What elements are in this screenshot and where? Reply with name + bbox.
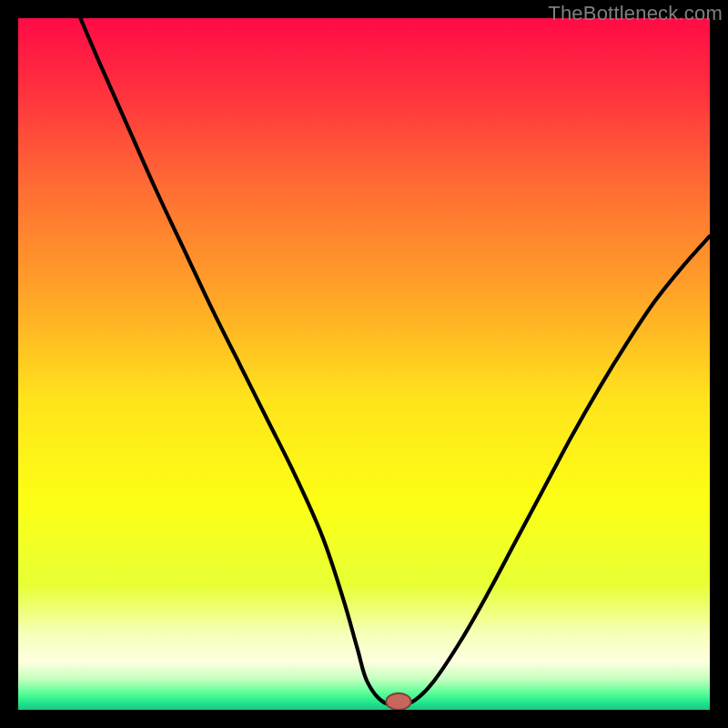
plot-area bbox=[18, 18, 710, 710]
chart-frame: TheBottleneck.com bbox=[0, 0, 728, 728]
watermark-text: TheBottleneck.com bbox=[548, 2, 723, 25]
optimal-point-marker bbox=[386, 693, 410, 710]
bottleneck-chart bbox=[18, 18, 710, 710]
gradient-background bbox=[18, 18, 710, 710]
